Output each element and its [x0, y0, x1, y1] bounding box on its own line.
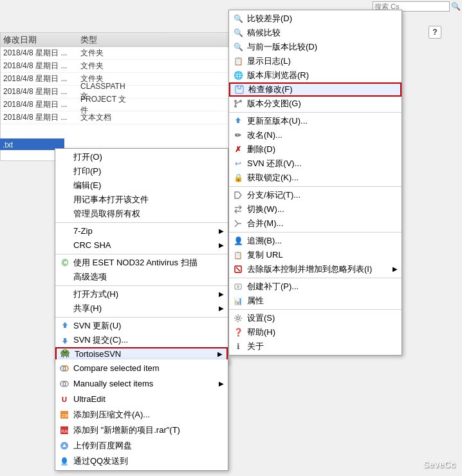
- file-date: 2018/4/8 星期日 ...: [3, 48, 80, 59]
- svg-point-29: [237, 317, 239, 319]
- file-date: 2018/4/8 星期日 ...: [3, 99, 80, 110]
- notepad-label: 用记事本打开该文件: [73, 193, 149, 207]
- send-qq-label: 通过QQ发送到: [73, 453, 128, 469]
- menu-item-open-with[interactable]: 打开方式(H): [55, 287, 228, 301]
- diff-prev-label: 与前一版本比较(D): [247, 40, 317, 54]
- help-button[interactable]: ?: [429, 26, 441, 39]
- revert-icon: ↩: [232, 157, 245, 170]
- svn-menu-about[interactable]: ℹ 关于: [229, 339, 402, 354]
- rename-label: 改名(N)...: [247, 128, 282, 142]
- menu-item-open[interactable]: 打开(O): [55, 150, 228, 164]
- upload-baidu-label: 上传到百度网盘: [73, 438, 132, 453]
- col-header-type: 类型: [78, 34, 129, 46]
- update-label: 更新至版本(U)...: [247, 114, 308, 128]
- settings-icon: [232, 312, 245, 325]
- menu-item-admin[interactable]: 管理员取得所有权: [55, 207, 228, 221]
- menu-item-upload-baidu[interactable]: 上传到百度网盘: [55, 438, 228, 453]
- show-log-icon: 📋: [232, 55, 245, 68]
- svn-menu-copy-url[interactable]: 📋 复制 URL: [229, 248, 402, 262]
- zip-icon: ZIP: [58, 408, 71, 421]
- svn-menu-ignore[interactable]: 去除版本控制并增加到忽略列表(I): [229, 262, 402, 276]
- menu-item-svn-commit[interactable]: SVN 提交(C)...: [55, 333, 228, 347]
- svn-commit-icon: [59, 334, 71, 346]
- table-row[interactable]: 2018/4/8 星期日 ... 文本文档: [1, 111, 237, 124]
- menu-item-manually-select[interactable]: Manually select items: [55, 376, 228, 392]
- svn-menu-repo-browser[interactable]: 🌐 版本库浏览器(R): [229, 68, 402, 82]
- svn-menu-delete[interactable]: ✗ 删除(D): [229, 142, 402, 157]
- eset-label: 使用 ESET NOD32 Antivirus 扫描: [73, 256, 198, 270]
- svg-line-5: [66, 356, 67, 358]
- svn-menu-branch-tag[interactable]: 分支/标记(T)...: [229, 188, 402, 202]
- branch-tag-label: 分支/标记(T)...: [247, 188, 300, 202]
- menu-item-crcsha[interactable]: CRC SHA: [55, 238, 228, 252]
- svn-menu-help[interactable]: ❓ 帮助(H): [229, 325, 402, 339]
- menu-item-add-zip[interactable]: ZIP 添加到压缩文件(A)...: [55, 407, 228, 423]
- menu-item-advanced[interactable]: 高级选项: [55, 270, 228, 284]
- baidu-icon: [58, 439, 71, 452]
- svn-menu-show-log[interactable]: 📋 显示日志(L): [229, 54, 402, 68]
- about-label: 关于: [247, 339, 264, 354]
- print-label: 打印(P): [73, 164, 101, 178]
- compare-icon: [58, 362, 71, 375]
- crcsha-label: CRC SHA: [73, 238, 111, 252]
- menu-item-edit[interactable]: 编辑(E): [55, 178, 228, 193]
- svg-line-2: [61, 355, 62, 357]
- ignore-icon: [232, 263, 245, 276]
- svg-point-6: [64, 349, 66, 352]
- separator: [55, 317, 228, 318]
- extra-context-menu: Compare selected item Manually select it…: [55, 359, 228, 471]
- svn-menu-rename[interactable]: ✏ 改名(N)...: [229, 128, 402, 142]
- svn-menu-create-patch[interactable]: 创建补丁(P)...: [229, 280, 402, 294]
- menu-item-print[interactable]: 打印(P): [55, 164, 228, 178]
- menu-item-svn-update[interactable]: SVN 更新(U): [55, 319, 228, 333]
- svn-menu-blame[interactable]: 🔍 稿候比较: [229, 26, 402, 40]
- open-label: 打开(O): [73, 150, 102, 164]
- file-date: 2018/4/8 星期日 ...: [3, 73, 80, 84]
- revert-label: SVN 还原(V)...: [247, 157, 302, 171]
- svn-menu-revert[interactable]: ↩ SVN 还原(V)...: [229, 157, 402, 171]
- version-branch-icon: [232, 97, 245, 110]
- table-row[interactable]: 2018/4/8 星期日 ... PROJECT 文件: [1, 99, 237, 111]
- menu-item-send-qq[interactable]: 通过QQ发送到: [55, 453, 228, 469]
- svn-update-label: SVN 更新(U): [73, 319, 121, 333]
- file-list-header: 修改日期 类型: [1, 33, 237, 47]
- svn-menu-settings[interactable]: 设置(S): [229, 311, 402, 325]
- svg-point-17: [61, 463, 68, 466]
- svn-menu-check-modify[interactable]: 检查修改(F): [229, 82, 402, 97]
- separator: [55, 285, 228, 286]
- menu-item-share[interactable]: 共享(H): [55, 301, 228, 316]
- svn-menu-get-lock[interactable]: 🔒 获取锁定(K)...: [229, 171, 402, 185]
- svn-menu-update[interactable]: 更新至版本(U)...: [229, 114, 402, 128]
- 7zip-label: 7-Zip: [73, 224, 93, 238]
- merge-icon: [232, 217, 245, 230]
- svn-menu-blame2[interactable]: 👤 追溯(B)...: [229, 234, 402, 248]
- svg-line-4: [63, 356, 64, 358]
- advanced-label: 高级选项: [73, 270, 107, 284]
- file-date: 2018/4/8 星期日 ...: [3, 112, 80, 123]
- menu-item-compare-selected[interactable]: Compare selected item: [55, 361, 228, 376]
- svn-menu-properties[interactable]: 📊 属性: [229, 294, 402, 308]
- repo-browser-icon: 🌐: [232, 69, 245, 82]
- svn-menu-switch[interactable]: 切换(W)...: [229, 202, 402, 216]
- delete-label: 删除(D): [247, 142, 275, 157]
- switch-icon: [232, 203, 245, 216]
- separator: [229, 186, 402, 187]
- open-with-label: 打开方式(H): [73, 287, 118, 301]
- table-row[interactable]: 2018/4/8 星期日 ... 文件夹: [1, 60, 237, 73]
- menu-item-add-rar[interactable]: RAR 添加到 "新增新的项目.rar"(T): [55, 423, 228, 438]
- svn-menu-diff-prev[interactable]: 🔍 与前一版本比较(D): [229, 40, 402, 54]
- menu-item-7zip[interactable]: 7-Zip: [55, 224, 228, 238]
- svn-menu-merge[interactable]: 合并(M)...: [229, 216, 402, 231]
- menu-item-notepad[interactable]: 用记事本打开该文件: [55, 193, 228, 207]
- menu-item-eset[interactable]: © 使用 ESET NOD32 Antivirus 扫描: [55, 256, 228, 270]
- share-label: 共享(H): [73, 301, 102, 316]
- svn-menu-version-branch[interactable]: 版本分支图(G): [229, 97, 402, 111]
- separator: [229, 309, 402, 310]
- check-modify-label: 检查修改(F): [248, 82, 293, 97]
- menu-item-ultraedit[interactable]: U UltraEdit: [55, 392, 228, 407]
- table-row[interactable]: 2018/4/8 星期日 ... 文件夹: [1, 47, 237, 60]
- version-branch-label: 版本分支图(G): [247, 97, 301, 111]
- svn-menu-diff[interactable]: 🔍 比较差异(D): [229, 12, 402, 26]
- delete-icon: ✗: [232, 143, 245, 156]
- blame-label: 稿候比较: [247, 26, 281, 40]
